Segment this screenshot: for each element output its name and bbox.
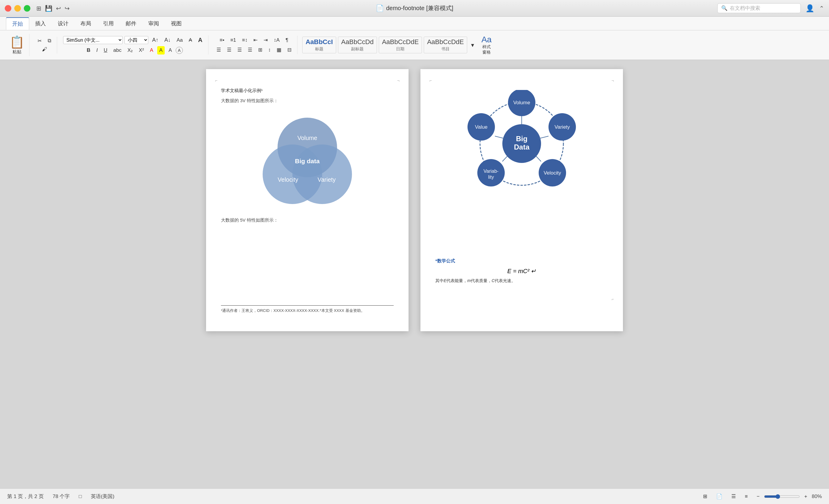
font-format-button[interactable]: Aa [175,36,185,44]
tab-start[interactable]: 开始 [6,17,29,30]
borders-button[interactable]: ⊟ [285,45,294,54]
word-count: 78 个字 [53,493,70,500]
svg-text:Velocity: Velocity [278,176,298,183]
styles-group: AaBbCcI 标题 AaBbCcDd 副标题 AaBbCcDdE 日期 AaB… [300,34,498,56]
math-section: *数学公式 E = mC² ↵ 其中E代表能量，m代表质量，C代表光速。 [435,253,608,284]
highlight-button[interactable]: A [157,46,165,55]
numbering-button[interactable]: ≡1 [228,36,238,44]
tab-references[interactable]: 引用 [97,17,120,30]
tab-mail[interactable]: 邮件 [120,17,142,30]
formula: E = mC² ↵ [435,267,608,275]
expand-icon[interactable]: ⌃ [819,5,824,12]
font-name-select[interactable]: SimSun (中文... [63,36,123,44]
title-bar: ⊞ 💾 ↩ ↪ 📄 demo-footnote [兼容模式] 🔍 在文档中搜索 … [0,0,829,17]
status-bar: 第 1 页，共 2 页 78 个字 □ 英语(美国) ⊞ 📄 ☰ ≡ − + 8… [0,489,829,504]
status-right: ⊞ 📄 ☰ ≡ − + 80% [701,492,822,501]
word-icon: 📄 [376,4,384,12]
italic-button[interactable]: I [95,46,100,55]
layout-view-btn[interactable]: ⊞ [701,492,709,501]
sidebar-toggle-icon[interactable]: ⊞ [36,5,41,12]
style-subtitle[interactable]: AaBbCcDd 副标题 [338,37,377,53]
align-left-button[interactable]: ☰ [214,45,223,54]
tab-review[interactable]: 审阅 [142,17,165,30]
svg-line-24 [536,156,541,161]
justify-button[interactable]: ☰ [246,45,254,54]
language: 英语(美国) [91,493,114,500]
font-color-button[interactable]: A [148,46,155,55]
svg-text:Big data: Big data [295,157,320,165]
more-styles-button[interactable]: ▾ [469,40,476,50]
toolbar-icons: ⊞ 💾 ↩ ↪ [36,5,70,12]
style-date[interactable]: AaBbCcDdE 日期 [379,37,422,53]
page-1: ⌐ ⌐ 学术文稿最小化示例¹ 大数据的 3V 特性如图所示： Volume Ve… [206,69,408,331]
column-button[interactable]: ⊞ [256,45,264,54]
tab-design[interactable]: 设计 [52,17,74,30]
decrease-font-button[interactable]: A↓ [162,36,173,44]
venn-svg: Volume Velocity Variety Big data [251,116,364,206]
font-group: SimSun (中文... 小四 A↑ A↓ Aa A A B I U abc … [60,35,209,55]
maximize-button[interactable] [24,5,30,12]
align-right-button[interactable]: ☰ [235,45,244,54]
zoom-out-button[interactable]: − [755,492,762,501]
corner-mark-tl: ⌐ [215,78,219,82]
pentagon-diagram: Big Data Volume Variety Velocity Variab-… [435,90,608,197]
font-a-button[interactable]: A [196,35,204,45]
undo-icon[interactable]: ↩ [56,5,61,12]
corner-mark-tr: ⌐ [395,78,400,82]
print-layout-btn[interactable]: 📄 [714,492,724,501]
zoom-in-button[interactable]: + [802,492,809,501]
font-size-select[interactable]: 小四 [124,36,148,44]
svg-text:Volume: Volume [297,135,317,141]
svg-text:Volume: Volume [513,100,530,105]
strikethrough-button[interactable]: abc [111,46,123,55]
svg-text:Variety: Variety [318,176,336,183]
copy-button[interactable]: ⧉ [45,37,53,45]
main-area: ⌐ ⌐ 学术文稿最小化示例¹ 大数据的 3V 特性如图所示： Volume Ve… [0,60,829,489]
font-color2-button[interactable]: A [167,46,174,55]
indent-more-button[interactable]: ⇥ [261,36,270,44]
clear-format-button[interactable]: A [187,36,194,44]
cut-button[interactable]: ✂ [35,37,44,45]
svg-text:Velocity: Velocity [544,170,561,176]
save-icon[interactable]: 💾 [45,5,52,12]
sort-button[interactable]: ↕A [272,36,282,44]
style-heading[interactable]: AaBbCcI 标题 [302,37,336,53]
bold-button[interactable]: B [84,46,92,55]
reading-view-btn[interactable]: ≡ [743,492,750,501]
tab-layout[interactable]: 布局 [74,17,97,30]
close-button[interactable] [5,5,11,12]
pilcrow-button[interactable]: ¶ [284,36,290,44]
line-spacing-button[interactable]: ↕ [266,46,273,54]
indent-less-button[interactable]: ⇤ [251,36,260,44]
styles-pane-button[interactable]: Aa 样式窗格 [478,34,495,56]
corner-mark2-br: ⌐ [612,297,614,301]
formula-desc: 其中E代表能量，m代表质量，C代表光速。 [435,278,608,284]
user-icon[interactable]: 👤 [805,4,815,12]
align-center-button[interactable]: ☰ [225,45,233,54]
paste-group: 📋 粘贴 [5,34,30,56]
minimize-button[interactable] [14,5,21,12]
underline-button[interactable]: U [102,46,109,55]
redo-icon[interactable]: ↪ [65,5,70,12]
format-painter-button[interactable]: 🖌 [40,45,49,53]
multilevel-list-button[interactable]: ≡↕ [240,36,250,44]
shading-button[interactable]: ▦ [275,45,284,54]
page-count-icon: □ [79,494,82,500]
font-effect-button[interactable]: A [176,47,183,54]
zoom-slider[interactable] [764,494,800,499]
pentagon-svg: Big Data Volume Variety Velocity Variab-… [462,90,581,197]
superscript-button[interactable]: X² [137,46,146,55]
zoom-level: 80% [812,494,822,500]
search-box[interactable]: 🔍 在文档中搜索 [717,3,801,13]
paste-label[interactable]: 粘贴 [12,49,22,55]
tab-insert[interactable]: 插入 [29,17,52,30]
increase-font-button[interactable]: A↑ [150,36,160,44]
style-bibliography[interactable]: AaBbCcDdE 书目 [424,37,467,53]
outline-view-btn[interactable]: ☰ [729,492,738,501]
tab-view[interactable]: 视图 [165,17,188,30]
bullets-button[interactable]: ≡• [218,36,227,44]
subscript-button[interactable]: X₂ [125,46,135,55]
paste-icon[interactable]: 📋 [9,35,25,49]
svg-text:Value: Value [475,124,488,130]
svg-line-26 [495,136,504,139]
